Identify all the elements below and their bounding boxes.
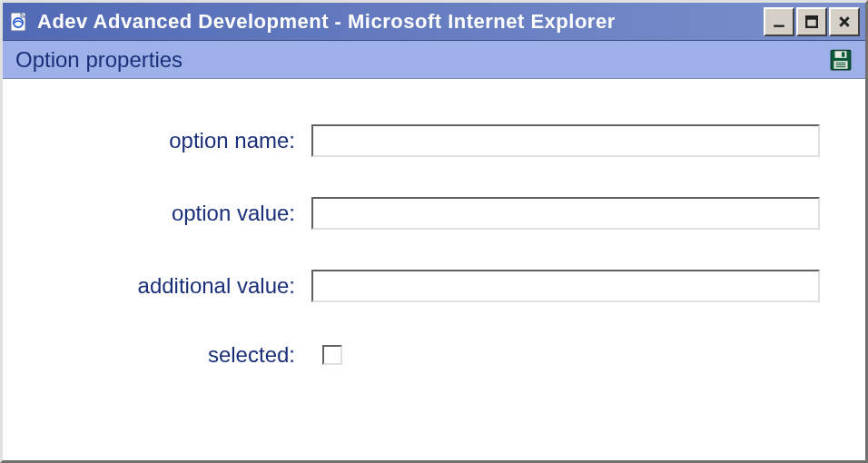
row-option-name: option name:: [30, 124, 838, 157]
label-option-name: option name:: [30, 128, 311, 153]
form-content: option name: option value: additional va…: [3, 79, 865, 460]
maximize-button[interactable]: [796, 7, 827, 36]
label-selected: selected:: [30, 342, 311, 368]
svg-rect-2: [774, 25, 784, 26]
panel-header: Option properties: [3, 41, 865, 79]
close-button[interactable]: [829, 7, 860, 36]
row-selected: selected:: [30, 342, 838, 368]
panel-title: Option properties: [15, 47, 829, 73]
window-controls: [764, 7, 860, 36]
titlebar: Adev Advanced Development - Microsoft In…: [3, 3, 865, 41]
svg-rect-6: [835, 51, 847, 58]
label-option-value: option value:: [30, 201, 311, 226]
row-additional-value: additional value:: [30, 270, 838, 302]
minimize-button[interactable]: [764, 7, 794, 36]
row-option-value: option value:: [30, 197, 838, 230]
input-option-name[interactable]: [311, 124, 820, 157]
label-additional-value: additional value:: [30, 273, 311, 299]
window-title: Adev Advanced Development - Microsoft In…: [37, 10, 764, 34]
ie-page-icon: [8, 11, 30, 33]
dialog-window: Adev Advanced Development - Microsoft In…: [0, 0, 868, 463]
input-additional-value[interactable]: [311, 270, 820, 302]
svg-rect-4: [806, 16, 817, 20]
floppy-disk-icon[interactable]: [829, 48, 853, 72]
checkbox-selected[interactable]: [322, 345, 342, 365]
svg-rect-7: [842, 52, 844, 56]
input-option-value[interactable]: [311, 197, 820, 230]
